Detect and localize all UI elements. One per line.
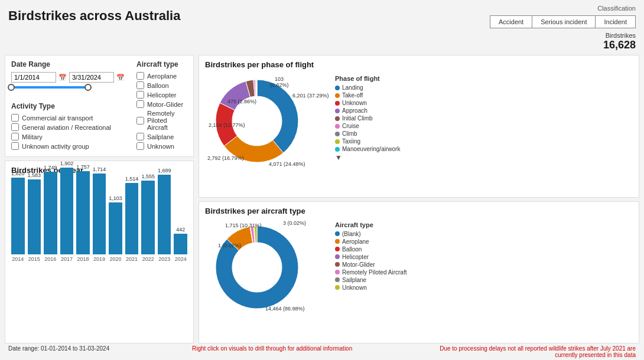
legend-item-6[interactable]: Climb <box>335 130 633 137</box>
checkbox-unknown-activity-input[interactable] <box>11 142 19 150</box>
checkbox-commercial-input[interactable] <box>11 114 19 122</box>
bar-2020[interactable] <box>109 202 122 254</box>
slider-thumb-left[interactable] <box>8 84 15 91</box>
legend-item-0[interactable]: Landing <box>335 84 633 91</box>
bar-group-2023[interactable]: 1,6892023 <box>158 161 171 262</box>
legend-item-3[interactable]: Approach <box>335 107 633 114</box>
bar-2021[interactable] <box>125 183 139 254</box>
checkbox-helicopter-input[interactable] <box>136 91 144 99</box>
legend-expand-icon[interactable]: ▼ <box>335 153 633 162</box>
checkbox-balloon-input[interactable] <box>136 81 144 89</box>
bar-label-2022: 2022 <box>142 256 154 262</box>
legend-item-5[interactable]: Cruise <box>335 123 633 129</box>
legend-item-1[interactable]: Take-off <box>335 92 633 99</box>
legend-item-4[interactable]: Motor-Glider <box>335 261 633 268</box>
bar-label-2020: 2020 <box>110 256 122 262</box>
bar-2019[interactable] <box>93 174 106 254</box>
svg-text:2,792 (16.79%): 2,792 (16.79%) <box>207 155 244 161</box>
slider-fill <box>11 86 88 89</box>
checkbox-military[interactable]: Military <box>11 133 125 140</box>
bar-group-2024[interactable]: 4422024 <box>174 161 187 262</box>
aircraft-donut-svg: 1,715 (10.31%)3 (0.02%)1 (0.01%)14,464 (… <box>205 219 329 316</box>
legend-item-2[interactable]: Unknown <box>335 100 633 106</box>
right-panel: Birdstrikes per phase of flight 103475 (… <box>194 55 639 343</box>
bar-value-2018: 1,757 <box>76 164 90 170</box>
date-end-input[interactable] <box>69 72 114 83</box>
bar-group-2020[interactable]: 1,1032020 <box>109 161 122 262</box>
bar-group-2022[interactable]: 1,5552022 <box>141 161 155 262</box>
bar-group-2019[interactable]: 1,7142019 <box>93 161 106 262</box>
checkbox-motorglider-label: Motor-Glider <box>147 101 183 108</box>
checkbox-rpa[interactable]: Remotely Piloted Aircraft <box>136 110 187 131</box>
bar-group-2016[interactable]: 1,7492016 <box>44 161 57 262</box>
checkbox-balloon[interactable]: Balloon <box>136 81 187 89</box>
svg-text:3 (0.02%): 3 (0.02%) <box>283 220 306 226</box>
checkbox-balloon-label: Balloon <box>147 82 169 89</box>
bar-group-2021[interactable]: 1,5142021 <box>125 161 139 262</box>
legend-item-2[interactable]: Balloon <box>335 246 633 253</box>
footer-right-click: Right click on visuals to drill through … <box>192 345 352 358</box>
checkbox-commercial[interactable]: Commercial air transport <box>11 114 125 122</box>
legend-item-7[interactable]: Unknown <box>335 284 633 291</box>
aircraft-legend-area: Aircraft type (Blank)AeroplaneBalloonHel… <box>335 219 633 292</box>
checkbox-motorglider[interactable]: Motor-Glider <box>136 100 187 108</box>
bar-value-2020: 1,103 <box>109 195 122 201</box>
serious-incident-button[interactable]: Serious incident <box>532 16 596 28</box>
checkbox-motorglider-input[interactable] <box>136 100 144 108</box>
slider-thumb-right[interactable] <box>84 84 92 91</box>
legend-item-1[interactable]: Aeroplane <box>335 238 633 245</box>
incident-button[interactable]: Incident <box>596 16 635 28</box>
bar-2024[interactable] <box>174 234 187 254</box>
checkbox-rpa-input[interactable] <box>136 117 144 125</box>
activity-type-section: Activity Type Commercial air transport G… <box>11 102 125 152</box>
checkbox-general-aviation[interactable]: General aviation / Recreational <box>11 123 125 131</box>
phase-donut-svg: 103475 (2.86%)(0.62%)6,201 (37.29%)2,124… <box>205 73 329 170</box>
legend-item-6[interactable]: Sailplane <box>335 277 633 283</box>
checkbox-unknown-aircraft-input[interactable] <box>136 142 144 150</box>
checkbox-unknown-aircraft[interactable]: Unknown <box>136 142 187 150</box>
legend-item-5[interactable]: Remotely Piloted Aircraft <box>335 269 633 276</box>
legend-label-5: Cruise <box>342 123 359 129</box>
legend-item-0[interactable]: (Blank) <box>335 231 633 237</box>
classification-buttons: Accident Serious incident Incident <box>490 15 636 28</box>
bar-2014[interactable] <box>11 178 25 254</box>
activity-type-label: Activity Type <box>11 102 125 110</box>
calendar-icon-end: 📅 <box>116 74 125 81</box>
checkbox-sailplane[interactable]: Sailplane <box>136 133 187 140</box>
aircraft-type-section-chart: Birdstrikes per aircraft type 1,715 (10.… <box>199 201 639 344</box>
bar-2022[interactable] <box>141 181 155 254</box>
date-start-input[interactable] <box>11 72 56 83</box>
bar-group-2017[interactable]: 1,9022017 <box>60 161 74 262</box>
checkbox-aeroplane[interactable]: Aeroplane <box>136 72 187 80</box>
checkbox-unknown-activity[interactable]: Unknown activity group <box>11 142 125 150</box>
bar-2015[interactable] <box>28 179 41 254</box>
bar-2023[interactable] <box>158 175 171 254</box>
bar-2017[interactable] <box>60 168 74 254</box>
bar-2018[interactable] <box>76 171 90 254</box>
bar-group-2014[interactable]: 1,6202014 <box>11 161 25 262</box>
checkbox-aeroplane-label: Aeroplane <box>147 73 177 80</box>
legend-item-3[interactable]: Helicopter <box>335 254 633 260</box>
legend-item-7[interactable]: Taxiing <box>335 138 633 145</box>
page-title: Birdstrikes across Australia <box>8 8 180 24</box>
checkbox-general-aviation-input[interactable] <box>11 123 19 131</box>
aircraft-donut-canvas: 1,715 (10.31%)3 (0.02%)1 (0.01%)14,464 (… <box>205 219 329 316</box>
checkbox-sailplane-input[interactable] <box>136 133 144 140</box>
checkbox-aeroplane-input[interactable] <box>136 72 144 80</box>
checkbox-military-input[interactable] <box>11 133 19 140</box>
aircraft-type-section: Aircraft type Aeroplane Balloon Helicopt… <box>136 60 187 152</box>
bar-group-2015[interactable]: 1,5832015 <box>28 161 41 262</box>
checkbox-helicopter[interactable]: Helicopter <box>136 91 187 99</box>
legend-dot-6 <box>335 277 340 282</box>
phase-donut-area: Birdstrikes per phase of flight 103475 (… <box>205 60 633 170</box>
legend-item-4[interactable]: Initial Climb <box>335 115 633 122</box>
bar-value-2017: 1,902 <box>60 161 74 166</box>
legend-label-3: Approach <box>342 107 367 114</box>
bar-2016[interactable] <box>44 172 57 254</box>
header-right: Classification Accident Serious incident… <box>490 5 636 51</box>
accident-button[interactable]: Accident <box>490 16 532 28</box>
date-slider-track[interactable] <box>11 86 88 89</box>
bar-group-2018[interactable]: 1,7572018 <box>76 161 90 262</box>
birdstrikes-count: Birdstrikes 16,628 <box>603 32 636 51</box>
legend-item-8[interactable]: Manoeuvering/airwork <box>335 146 633 152</box>
